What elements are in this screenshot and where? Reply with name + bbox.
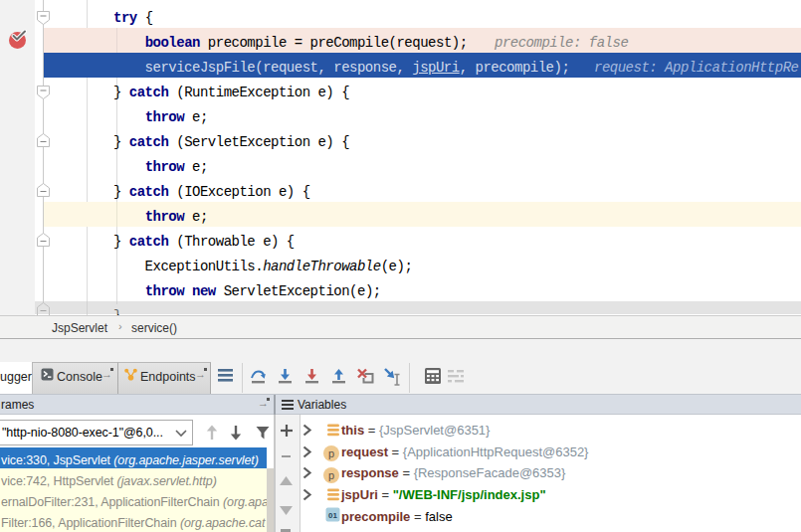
svg-text:01: 01 [328,510,337,519]
svg-text:p: p [328,468,334,480]
svg-text:p: p [328,447,334,459]
